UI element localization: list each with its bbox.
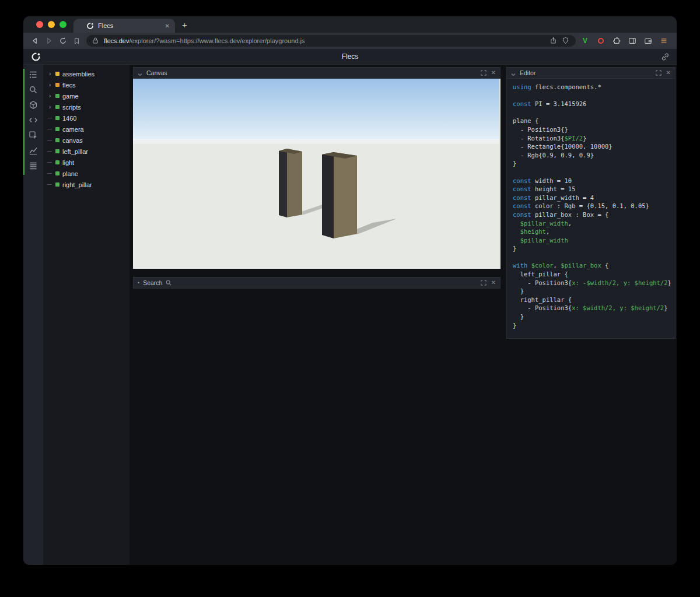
tree-item-right_pillar[interactable]: right_pillar xyxy=(43,179,130,190)
right-pillar-lit-face xyxy=(334,152,357,238)
browser-tab[interactable]: Flecs ✕ xyxy=(74,19,175,33)
tree-item-label: flecs xyxy=(62,82,76,89)
chevron-right-icon[interactable]: › xyxy=(47,104,52,110)
chart-icon[interactable] xyxy=(29,146,38,155)
address-bar[interactable]: flecs.dev/explorer/?wasm=https://www.fle… xyxy=(86,35,576,47)
code-line: $height, xyxy=(513,227,673,236)
editor-panel-header: Editor ✕ xyxy=(506,67,676,79)
close-panel-icon[interactable]: ✕ xyxy=(666,70,671,76)
code-line: const color : Rgb = {0.15, 0.1, 0.05} xyxy=(513,202,673,210)
code-line: const width = 10 xyxy=(513,177,673,185)
new-tab-button[interactable]: + xyxy=(182,20,187,30)
canvas-panel: Canvas ✕ xyxy=(133,67,501,269)
menu-icon[interactable] xyxy=(659,36,668,45)
editor-code[interactable]: using flecs.components.* const PI = 3.14… xyxy=(506,79,676,339)
canvas-3d-viewport[interactable] xyxy=(133,79,501,269)
flecs-favicon-icon xyxy=(86,22,94,30)
expand-panel-icon[interactable] xyxy=(654,69,663,76)
tree-item-label: left_pillar xyxy=(62,148,88,155)
search-magnifier-icon xyxy=(166,280,172,286)
code-line: using flecs.components.* xyxy=(513,83,673,92)
code-line: plane { xyxy=(513,117,673,125)
expand-panel-icon[interactable] xyxy=(480,279,488,286)
canvas-panel-title: Canvas xyxy=(146,69,167,76)
expand-panel-icon[interactable] xyxy=(480,69,488,76)
tree-item-label: 1460 xyxy=(62,115,76,122)
code-line xyxy=(513,108,673,117)
tree-item-flecs[interactable]: ›flecs xyxy=(43,79,130,90)
close-panel-icon[interactable]: ✕ xyxy=(491,70,496,76)
search-icon[interactable] xyxy=(29,85,38,94)
code-icon[interactable] xyxy=(29,115,38,125)
tree-item-assemblies[interactable]: ›assemblies xyxy=(43,68,130,79)
tree-item-scripts[interactable]: ›scripts xyxy=(43,101,130,113)
statistics-icon[interactable] xyxy=(29,161,38,170)
entity-color-badge xyxy=(55,83,60,87)
code-line: } xyxy=(513,312,673,321)
panel-bullet-icon[interactable]: • xyxy=(138,280,139,286)
hierarchy-icon[interactable] xyxy=(29,70,38,79)
tab-close-icon[interactable]: ✕ xyxy=(165,23,170,29)
tree-item-canvas[interactable]: canvas xyxy=(43,135,130,146)
tree-item-label: game xyxy=(62,93,79,100)
close-window-button[interactable] xyxy=(36,21,43,28)
share-link-icon[interactable] xyxy=(661,52,670,61)
tree-guide-line xyxy=(47,173,52,174)
tree-item-label: canvas xyxy=(62,137,83,144)
code-line: $pillar_width, xyxy=(513,219,673,228)
code-line: const height = 15 xyxy=(513,185,673,194)
desktop-background: Flecs ✕ + flecs.dev/explore xyxy=(0,0,700,597)
tree-item-left_pillar[interactable]: left_pillar xyxy=(43,146,130,157)
tree-item-light[interactable]: light xyxy=(43,157,130,168)
app-title: Flecs xyxy=(23,52,677,61)
editor-panel-title: Editor xyxy=(520,69,536,76)
editor-column: Editor ✕ using flecs.components.* const … xyxy=(506,65,677,565)
tree-item-plane[interactable]: plane xyxy=(43,168,130,179)
brave-shield-icon[interactable] xyxy=(562,37,570,45)
scene-sky xyxy=(133,79,499,144)
red-extension-icon[interactable] xyxy=(596,36,606,45)
tree-guide-line xyxy=(47,162,52,163)
code-line: right_pillar { xyxy=(513,296,673,304)
minimize-window-button[interactable] xyxy=(48,21,55,28)
zoom-window-button[interactable] xyxy=(60,21,66,28)
forward-button[interactable] xyxy=(42,34,56,47)
share-icon[interactable] xyxy=(550,37,558,45)
extensions-puzzle-icon[interactable] xyxy=(612,36,621,45)
entity-tree: ›assemblies›flecs›game›scripts1460camera… xyxy=(43,65,130,565)
chevron-down-icon[interactable] xyxy=(511,71,516,75)
extension-area: V xyxy=(580,36,668,45)
entities-icon[interactable] xyxy=(29,100,38,110)
tree-item-1460[interactable]: 1460 xyxy=(43,113,130,124)
search-panel-title: Search xyxy=(143,279,162,286)
entity-color-badge xyxy=(55,138,60,142)
close-panel-icon[interactable]: ✕ xyxy=(491,280,496,286)
sidebar-panel-icon[interactable] xyxy=(628,36,637,45)
browser-toolbar: flecs.dev/explorer/?wasm=https://www.fle… xyxy=(23,33,677,49)
search-panel-header: • Search ✕ xyxy=(133,277,501,289)
entity-color-badge xyxy=(55,149,60,153)
entity-color-badge xyxy=(55,171,60,175)
flecs-logo-icon[interactable] xyxy=(31,52,41,62)
back-button[interactable] xyxy=(28,34,42,47)
entity-color-badge xyxy=(55,94,60,98)
bookmark-icon[interactable] xyxy=(70,37,83,45)
reload-button[interactable] xyxy=(56,34,70,47)
tree-item-camera[interactable]: camera xyxy=(43,124,130,135)
inspector-icon[interactable] xyxy=(29,131,38,140)
tree-item-label: scripts xyxy=(62,104,81,111)
tree-item-label: right_pillar xyxy=(62,181,92,188)
code-line: const PI = 3.1415926 xyxy=(513,100,673,108)
chevron-right-icon[interactable]: › xyxy=(47,93,52,99)
chevron-right-icon[interactable]: › xyxy=(47,71,52,77)
code-line: const pillar_width = 4 xyxy=(513,194,673,202)
wallet-icon[interactable] xyxy=(643,36,653,45)
tree-item-game[interactable]: ›game xyxy=(43,90,130,101)
scene-ground xyxy=(133,141,499,269)
v-extension-icon[interactable]: V xyxy=(580,36,590,45)
chevron-right-icon[interactable]: › xyxy=(47,82,52,88)
tree-guide-line xyxy=(47,151,52,152)
code-line: - Rotation3{$PI/2} xyxy=(513,134,673,143)
code-line: } xyxy=(513,287,673,296)
chevron-down-icon[interactable] xyxy=(138,71,143,75)
